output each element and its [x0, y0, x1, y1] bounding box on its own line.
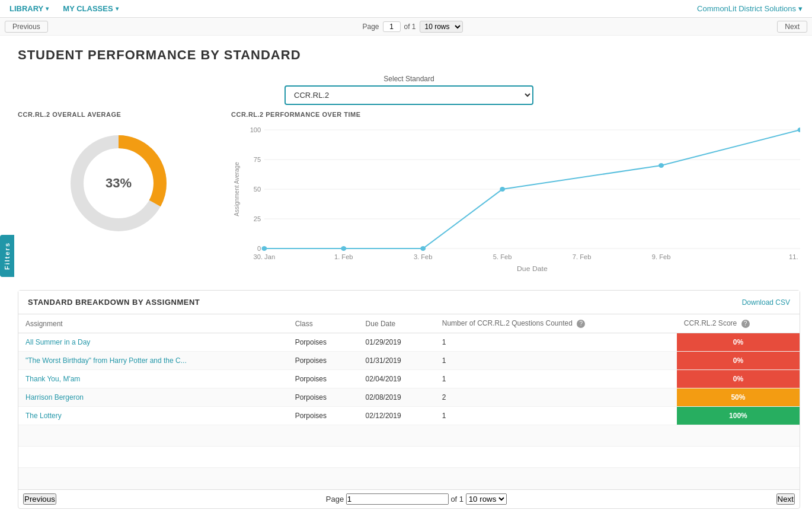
myclasses-label: MY CLASSES: [63, 4, 113, 13]
svg-text:Due Date: Due Date: [517, 265, 548, 272]
district-nav[interactable]: CommonLit District Solutions ▾: [697, 4, 803, 13]
class-cell: Porpoises: [288, 388, 359, 407]
previous-button-top[interactable]: Previous: [5, 21, 48, 33]
table-row: All Summer in a DayPorpoises01/29/201910…: [18, 333, 800, 352]
pagination-top: Previous Page of 1 10 rows 25 rows 50 ro…: [0, 18, 812, 36]
select-standard-dropdown[interactable]: CCR.RL.2 CCR.RL.1 CCR.RL.3 CCR.RL.4 CCR.…: [284, 85, 533, 105]
myclasses-nav[interactable]: MY CLASSES ▾: [63, 4, 118, 13]
page-input-top[interactable]: [383, 21, 401, 32]
svg-text:0: 0: [257, 246, 261, 252]
assignment-link[interactable]: Thank You, M'am: [25, 375, 80, 383]
assignment-link[interactable]: "The Worst Birthday" from Harry Potter a…: [25, 356, 187, 365]
score-cell: 50%: [677, 388, 800, 407]
table-row: Thank You, M'amPorpoises02/04/201910%: [18, 370, 800, 388]
svg-text:5. Feb: 5. Feb: [493, 254, 512, 260]
assignment-link[interactable]: The Lottery: [25, 412, 62, 420]
two-col-section: CCR.RL.2 OVERALL AVERAGE 33% CCR.RL.2 PE…: [18, 111, 800, 278]
select-standard-section: Select Standard CCR.RL.2 CCR.RL.1 CCR.RL…: [18, 75, 800, 105]
svg-text:30. Jan: 30. Jan: [254, 254, 276, 260]
assignment-link[interactable]: All Summer in a Day: [25, 338, 90, 346]
rows-select-top[interactable]: 10 rows 25 rows 50 rows: [420, 21, 463, 33]
donut-chart: 33%: [65, 130, 172, 237]
svg-point-14: [341, 246, 346, 251]
score-help-icon[interactable]: ?: [741, 320, 750, 328]
score-cell: 0%: [677, 352, 800, 370]
score-cell: 100%: [677, 407, 800, 425]
pagination-bottom: Previous Page of 1 10 rows 25 rows 50 ro…: [18, 489, 800, 508]
questions-cell: 2: [435, 388, 677, 407]
svg-text:3. Feb: 3. Feb: [414, 254, 433, 260]
questions-help-icon[interactable]: ?: [577, 320, 585, 328]
donut-wrapper: 33%: [18, 124, 219, 243]
select-standard-label: Select Standard: [383, 75, 434, 83]
assignment-link[interactable]: Harrison Bergeron: [25, 393, 84, 402]
svg-text:100: 100: [250, 127, 261, 133]
svg-text:11. Feb: 11. Feb: [789, 254, 800, 260]
table-title: STANDARD BREAKDOWN BY ASSIGNMENT: [28, 298, 200, 307]
line-chart-title: CCR.RL.2 PERFORMANCE OVER TIME: [231, 111, 800, 118]
of-label-top: of 1: [404, 23, 416, 31]
score-cell: 0%: [677, 370, 800, 388]
col-questions-label: Number of CCR.RL.2 Questions Counted: [442, 319, 573, 327]
due-date-cell: 02/12/2019: [359, 407, 435, 425]
table-row: The LotteryPorpoises02/12/20191100%: [18, 407, 800, 425]
questions-cell: 1: [435, 407, 677, 425]
col-assignment: Assignment: [18, 314, 288, 333]
col-score-label: CCR.RL.2 Score: [684, 319, 737, 327]
class-cell: Porpoises: [288, 352, 359, 370]
donut-title: CCR.RL.2 OVERALL AVERAGE: [18, 111, 219, 118]
svg-point-13: [261, 246, 267, 251]
of-label-bottom: of 1: [450, 495, 463, 504]
class-cell: Porpoises: [288, 333, 359, 352]
svg-text:Assignment Average: Assignment Average: [233, 162, 241, 216]
col-due-date: Due Date: [359, 314, 435, 333]
library-label: LIBRARY: [9, 4, 43, 13]
svg-point-15: [420, 246, 426, 251]
download-csv-link[interactable]: Download CSV: [742, 298, 790, 307]
page-info-bottom: Page of 1 10 rows 25 rows 50 rows: [326, 493, 507, 505]
page-label-bottom: Page: [326, 495, 344, 504]
page-input-bottom[interactable]: [346, 493, 449, 505]
page-label-top: Page: [362, 23, 379, 31]
empty-row: [18, 447, 800, 468]
line-chart-section: CCR.RL.2 PERFORMANCE OVER TIME 100 75 50…: [231, 111, 800, 278]
svg-text:75: 75: [254, 157, 261, 163]
svg-text:25: 25: [254, 216, 261, 222]
donut-section: CCR.RL.2 OVERALL AVERAGE 33%: [18, 111, 219, 243]
due-date-cell: 02/04/2019: [359, 370, 435, 388]
empty-row: [18, 425, 800, 447]
nav-left: LIBRARY ▾ MY CLASSES ▾: [9, 4, 119, 13]
filters-button[interactable]: Filters: [0, 234, 14, 276]
empty-row: [18, 468, 800, 489]
library-caret: ▾: [46, 5, 49, 12]
rows-select-bottom[interactable]: 10 rows 25 rows 50 rows: [466, 493, 507, 505]
library-nav[interactable]: LIBRARY ▾: [9, 4, 49, 13]
class-cell: Porpoises: [288, 407, 359, 425]
questions-cell: 1: [435, 333, 677, 352]
main-content: STUDENT PERFORMANCE BY STANDARD Select S…: [0, 36, 812, 513]
district-caret: ▾: [798, 4, 803, 13]
line-chart-svg: 100 75 50 25 0 Assignment Average: [231, 124, 800, 278]
due-date-cell: 02/08/2019: [359, 388, 435, 407]
table-section: STANDARD BREAKDOWN BY ASSIGNMENT Downloa…: [18, 290, 800, 509]
score-cell: 0%: [677, 333, 800, 352]
questions-cell: 1: [435, 352, 677, 370]
district-label: CommonLit District Solutions: [697, 4, 796, 13]
svg-text:9. Feb: 9. Feb: [652, 254, 671, 260]
svg-text:1. Feb: 1. Feb: [334, 254, 353, 260]
next-button-top[interactable]: Next: [777, 21, 807, 33]
assignments-table: Assignment Class Due Date Number of CCR.…: [18, 314, 800, 489]
svg-text:50: 50: [254, 186, 261, 193]
table-row: "The Worst Birthday" from Harry Potter a…: [18, 352, 800, 370]
table-header-bar: STANDARD BREAKDOWN BY ASSIGNMENT Downloa…: [18, 291, 800, 314]
previous-button-bottom[interactable]: Previous: [23, 493, 56, 505]
svg-point-18: [798, 128, 800, 132]
col-score: CCR.RL.2 Score ?: [677, 314, 800, 333]
filters-tab[interactable]: Filters: [0, 234, 14, 278]
next-button-bottom[interactable]: Next: [776, 493, 795, 505]
line-chart-container: 100 75 50 25 0 Assignment Average: [231, 124, 800, 278]
donut-label: 33%: [106, 176, 132, 190]
questions-cell: 1: [435, 370, 677, 388]
col-class: Class: [288, 314, 359, 333]
myclasses-caret: ▾: [116, 5, 119, 12]
